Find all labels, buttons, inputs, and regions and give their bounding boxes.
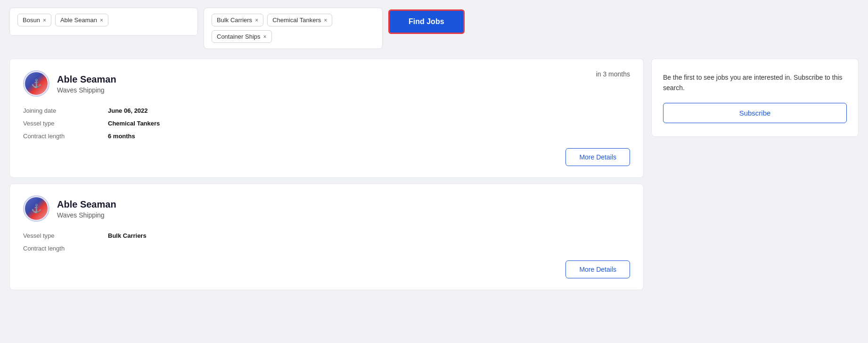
more-details-button-1[interactable]: More Details (565, 148, 630, 166)
find-jobs-wrapper: Find Jobs (388, 8, 465, 34)
job-card-1-left: Able Seaman Waves Shipping (23, 70, 116, 97)
job-card-2-header: Able Seaman Waves Shipping (23, 195, 630, 222)
vessel-type-label-2: Vessel type (23, 231, 108, 240)
job-details-grid-1: Joining date June 06, 2022 Vessel type C… (23, 106, 630, 141)
vessel-types-filter-box: Bulk Carriers × Chemical Tankers × Conta… (204, 8, 383, 49)
filter-row: Bosun × Able Seaman × Bulk Carriers × Ch… (9, 8, 859, 49)
bosun-tag-label: Bosun (23, 17, 40, 24)
chemical-tankers-tag-close[interactable]: × (324, 17, 327, 23)
find-jobs-button[interactable]: Find Jobs (388, 9, 465, 34)
sidebar: Be the first to see jobs you are interes… (651, 59, 859, 296)
logo-inner-1 (25, 72, 48, 95)
company-name-2: Waves Shipping (57, 211, 116, 219)
container-ships-tag[interactable]: Container Ships × (212, 30, 272, 43)
job-card-1-header: Able Seaman Waves Shipping in 3 months (23, 70, 630, 97)
subscribe-card: Be the first to see jobs you are interes… (651, 59, 859, 137)
jobs-list: Able Seaman Waves Shipping in 3 months J… (9, 59, 644, 296)
able-seaman-tag-close[interactable]: × (100, 17, 103, 23)
job-timing-1: in 3 months (596, 70, 630, 78)
chemical-tankers-tag[interactable]: Chemical Tankers × (267, 14, 332, 26)
job-title-block-1: Able Seaman Waves Shipping (57, 73, 116, 94)
company-logo-1 (23, 70, 49, 97)
contract-length-label-2: Contract length (23, 244, 108, 253)
contract-length-label-1: Contract length (23, 132, 108, 141)
bulk-carriers-tag[interactable]: Bulk Carriers × (212, 14, 263, 26)
bulk-carriers-tag-close[interactable]: × (255, 17, 258, 23)
container-ships-tag-close[interactable]: × (263, 34, 267, 40)
vessel-type-value-2: Bulk Carriers (108, 231, 630, 240)
job-title-2: Able Seaman (57, 198, 116, 210)
job-card-1: Able Seaman Waves Shipping in 3 months J… (9, 59, 644, 178)
subscribe-button[interactable]: Subscribe (663, 103, 847, 123)
job-details-grid-2: Vessel type Bulk Carriers Contract lengt… (23, 231, 630, 253)
job-title-block-2: Able Seaman Waves Shipping (57, 198, 116, 219)
container-ships-tag-label: Container Ships (217, 33, 261, 40)
able-seaman-tag-label: Able Seaman (60, 17, 97, 24)
able-seaman-tag[interactable]: Able Seaman × (55, 14, 108, 26)
chemical-tankers-tag-label: Chemical Tankers (272, 17, 321, 24)
joining-date-value-1: June 06, 2022 (108, 106, 630, 115)
contract-length-value-2 (108, 244, 630, 253)
job-card-1-footer: More Details (23, 148, 630, 166)
bulk-carriers-tag-label: Bulk Carriers (217, 17, 252, 24)
bosun-tag[interactable]: Bosun × (17, 14, 51, 26)
job-title-1: Able Seaman (57, 73, 116, 85)
company-name-1: Waves Shipping (57, 86, 116, 94)
job-card-2-left: Able Seaman Waves Shipping (23, 195, 116, 222)
contract-length-value-1: 6 months (108, 132, 630, 141)
job-card-2: Able Seaman Waves Shipping Vessel type B… (9, 184, 644, 290)
vessel-type-value-1: Chemical Tankers (108, 119, 630, 128)
more-details-button-2[interactable]: More Details (565, 260, 630, 278)
joining-date-label-1: Joining date (23, 106, 108, 115)
job-card-2-footer: More Details (23, 260, 630, 278)
logo-inner-2 (25, 197, 48, 220)
page-wrapper: Bosun × Able Seaman × Bulk Carriers × Ch… (0, 0, 868, 303)
bosun-tag-close[interactable]: × (43, 17, 46, 23)
subscribe-text: Be the first to see jobs you are interes… (663, 72, 847, 93)
results-area: Able Seaman Waves Shipping in 3 months J… (9, 59, 859, 296)
vessel-type-label-1: Vessel type (23, 119, 108, 128)
roles-filter-box: Bosun × Able Seaman × (9, 8, 198, 36)
company-logo-2 (23, 195, 49, 222)
